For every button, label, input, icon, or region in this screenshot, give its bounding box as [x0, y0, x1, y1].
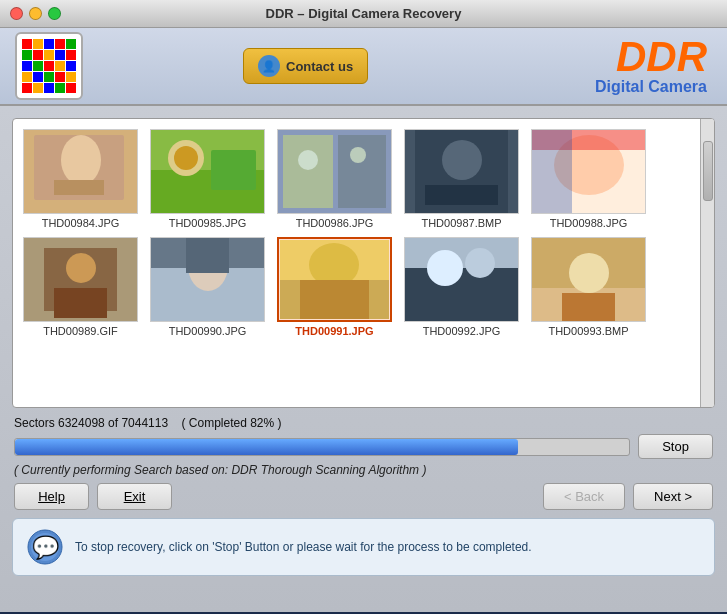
svg-point-13: [350, 147, 366, 163]
progress-info: Sectors 6324098 of 7044113 ( Completed 8…: [14, 416, 713, 430]
scroll-thumb[interactable]: [703, 141, 713, 201]
progress-section: Sectors 6324098 of 7044113 ( Completed 8…: [12, 416, 715, 510]
back-button[interactable]: < Back: [543, 483, 625, 510]
svg-rect-29: [186, 238, 229, 273]
window-controls[interactable]: [10, 7, 61, 20]
gallery-item[interactable]: THD00991.JPG: [277, 237, 392, 337]
svg-point-40: [569, 253, 609, 293]
sectors-text: Sectors 6324098 of 7044113 ( Completed 8…: [14, 416, 282, 430]
svg-text:💬: 💬: [32, 534, 60, 561]
svg-rect-33: [300, 280, 369, 319]
contact-icon: 👤: [258, 55, 280, 77]
gallery-filename: THD00988.JPG: [550, 217, 628, 229]
gallery-row-1: THD00984.JPG THD00985.JPG THD00986.JPG: [23, 129, 690, 229]
gallery-filename: THD00989.GIF: [43, 325, 118, 337]
svg-rect-8: [211, 150, 256, 190]
svg-rect-3: [54, 180, 104, 195]
scanning-text: ( Currently performing Search based on: …: [14, 463, 713, 477]
logo-grid: [22, 39, 76, 93]
gallery-filename: THD00986.JPG: [296, 217, 374, 229]
gallery-filename: THD00992.JPG: [423, 325, 501, 337]
gallery-panel: THD00984.JPG THD00985.JPG THD00986.JPG: [12, 118, 715, 408]
gallery-scrollbar[interactable]: [700, 119, 714, 407]
gallery-filename: THD00985.JPG: [169, 217, 247, 229]
gallery-item[interactable]: THD00990.JPG: [150, 237, 265, 337]
title-bar: DDR – Digital Camera Recovery: [0, 0, 727, 28]
gallery-filename: THD00987.BMP: [421, 217, 501, 229]
bottom-buttons: Help Exit < Back Next >: [14, 483, 713, 510]
gallery-thumb: [150, 129, 265, 214]
help-button[interactable]: Help: [14, 483, 89, 510]
gallery-thumb: [531, 237, 646, 322]
minimize-button[interactable]: [29, 7, 42, 20]
gallery-thumb: [150, 237, 265, 322]
svg-rect-11: [338, 135, 386, 208]
gallery-thumb: [404, 237, 519, 322]
svg-point-16: [442, 140, 482, 180]
gallery-filename: THD00991.JPG: [295, 325, 373, 337]
gallery-thumb-selected: [277, 237, 392, 322]
gallery-row-2: THD00989.GIF THD00990.JPG THD00991.JPG: [23, 237, 690, 337]
svg-rect-21: [532, 130, 572, 213]
gallery-item[interactable]: THD00992.JPG: [404, 237, 519, 337]
svg-rect-10: [283, 135, 333, 208]
info-text: To stop recovery, click on 'Stop' Button…: [75, 540, 532, 554]
gallery-thumb: [23, 129, 138, 214]
svg-point-36: [427, 250, 463, 286]
brand-area: DDR Digital Camera: [595, 36, 707, 96]
gallery-item[interactable]: THD00988.JPG: [531, 129, 646, 229]
progress-bar-fill: [15, 439, 518, 455]
svg-rect-25: [54, 288, 107, 318]
svg-rect-17: [425, 185, 498, 205]
app-logo: [15, 32, 83, 100]
window-title: DDR – Digital Camera Recovery: [266, 6, 462, 21]
svg-point-7: [174, 146, 198, 170]
progress-bar-bg: [14, 438, 630, 456]
stop-button[interactable]: Stop: [638, 434, 713, 459]
next-button[interactable]: Next >: [633, 483, 713, 510]
maximize-button[interactable]: [48, 7, 61, 20]
gallery-filename: THD00984.JPG: [42, 217, 120, 229]
gallery-item[interactable]: THD00984.JPG: [23, 129, 138, 229]
contact-us-button[interactable]: 👤 Contact us: [243, 48, 368, 84]
svg-point-12: [298, 150, 318, 170]
nav-btn-group: < Back Next >: [543, 483, 713, 510]
gallery-thumb: [531, 129, 646, 214]
gallery-thumb: [23, 237, 138, 322]
gallery-item[interactable]: THD00993.BMP: [531, 237, 646, 337]
gallery-item[interactable]: THD00987.BMP: [404, 129, 519, 229]
info-box: 💬 To stop recovery, click on 'Stop' Butt…: [12, 518, 715, 576]
progress-bar-row: Stop: [14, 434, 713, 459]
brand-ddr: DDR: [595, 36, 707, 78]
exit-button[interactable]: Exit: [97, 483, 172, 510]
svg-point-24: [66, 253, 96, 283]
svg-rect-35: [405, 268, 518, 321]
info-icon: 💬: [27, 529, 63, 565]
svg-point-37: [465, 248, 495, 278]
svg-point-2: [61, 135, 101, 185]
gallery-filename: THD00993.BMP: [548, 325, 628, 337]
gallery-item[interactable]: THD00989.GIF: [23, 237, 138, 337]
svg-rect-41: [562, 293, 615, 321]
header: 👤 Contact us DDR Digital Camera: [0, 28, 727, 106]
brand-sub: Digital Camera: [595, 78, 707, 96]
close-button[interactable]: [10, 7, 23, 20]
gallery-item[interactable]: THD00985.JPG: [150, 129, 265, 229]
gallery-filename: THD00990.JPG: [169, 325, 247, 337]
gallery-thumb: [277, 129, 392, 214]
gallery-thumb: [404, 129, 519, 214]
main-content: THD00984.JPG THD00985.JPG THD00986.JPG: [0, 106, 727, 612]
gallery-content: THD00984.JPG THD00985.JPG THD00986.JPG: [13, 119, 700, 407]
gallery-item[interactable]: THD00986.JPG: [277, 129, 392, 229]
